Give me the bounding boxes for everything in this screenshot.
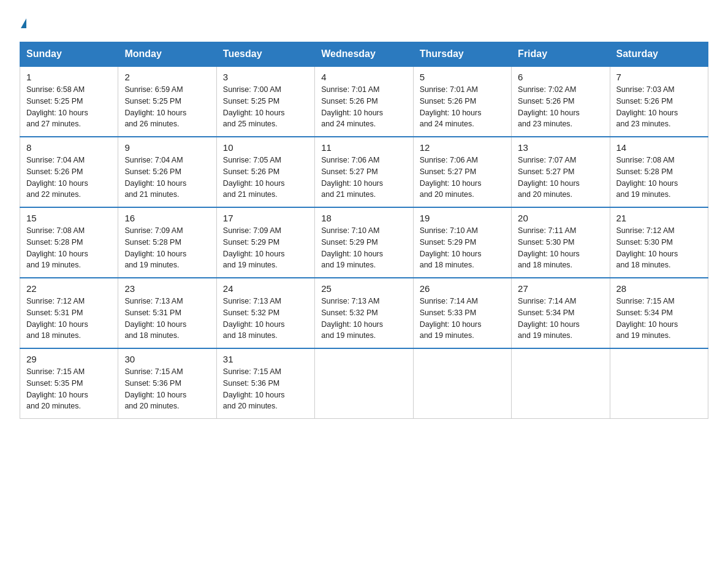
day-info: Sunrise: 6:59 AMSunset: 5:25 PMDaylight:…: [124, 85, 186, 128]
calendar-week-row: 1Sunrise: 6:58 AMSunset: 5:25 PMDaylight…: [20, 66, 708, 137]
calendar-cell: 6Sunrise: 7:02 AMSunset: 5:26 PMDaylight…: [512, 66, 610, 137]
day-number: 15: [26, 213, 112, 223]
day-info: Sunrise: 7:13 AMSunset: 5:31 PMDaylight:…: [124, 297, 186, 340]
day-info: Sunrise: 7:08 AMSunset: 5:28 PMDaylight:…: [26, 226, 88, 269]
day-number: 4: [321, 72, 406, 82]
calendar-cell: 17Sunrise: 7:09 AMSunset: 5:29 PMDayligh…: [216, 207, 314, 278]
calendar-cell: [413, 348, 511, 419]
day-info: Sunrise: 7:09 AMSunset: 5:28 PMDaylight:…: [124, 226, 186, 269]
day-number: 24: [223, 283, 308, 294]
day-number: 29: [26, 354, 112, 364]
day-number: 11: [321, 142, 406, 153]
day-info: Sunrise: 7:09 AMSunset: 5:29 PMDaylight:…: [223, 226, 285, 269]
day-number: 21: [616, 213, 702, 223]
header-monday: Monday: [118, 42, 216, 67]
day-info: Sunrise: 7:10 AMSunset: 5:29 PMDaylight:…: [321, 226, 383, 269]
day-info: Sunrise: 7:02 AMSunset: 5:26 PMDaylight:…: [518, 85, 580, 128]
calendar-cell: 7Sunrise: 7:03 AMSunset: 5:26 PMDaylight…: [610, 66, 708, 137]
day-info: Sunrise: 7:07 AMSunset: 5:27 PMDaylight:…: [518, 156, 580, 199]
day-number: 9: [124, 142, 210, 153]
day-number: 16: [124, 213, 210, 223]
calendar-cell: 4Sunrise: 7:01 AMSunset: 5:26 PMDaylight…: [315, 66, 413, 137]
day-info: Sunrise: 7:08 AMSunset: 5:28 PMDaylight:…: [616, 156, 678, 199]
day-number: 25: [321, 283, 406, 294]
logo: [20, 15, 26, 31]
calendar-cell: 21Sunrise: 7:12 AMSunset: 5:30 PMDayligh…: [610, 207, 708, 278]
day-number: 13: [518, 142, 603, 153]
calendar-cell: 1Sunrise: 6:58 AMSunset: 5:25 PMDaylight…: [20, 66, 118, 137]
day-info: Sunrise: 7:15 AMSunset: 5:34 PMDaylight:…: [616, 297, 678, 340]
day-number: 31: [223, 354, 308, 364]
day-info: Sunrise: 7:04 AMSunset: 5:26 PMDaylight:…: [124, 156, 186, 199]
calendar-cell: 2Sunrise: 6:59 AMSunset: 5:25 PMDaylight…: [118, 66, 216, 137]
calendar-cell: 3Sunrise: 7:00 AMSunset: 5:25 PMDaylight…: [216, 66, 314, 137]
day-info: Sunrise: 7:11 AMSunset: 5:30 PMDaylight:…: [518, 226, 580, 269]
day-info: Sunrise: 7:15 AMSunset: 5:36 PMDaylight:…: [124, 367, 186, 410]
calendar-cell: 8Sunrise: 7:04 AMSunset: 5:26 PMDaylight…: [20, 137, 118, 207]
day-number: 1: [26, 72, 112, 82]
calendar-cell: 28Sunrise: 7:15 AMSunset: 5:34 PMDayligh…: [610, 278, 708, 348]
day-info: Sunrise: 7:01 AMSunset: 5:26 PMDaylight:…: [420, 85, 482, 128]
day-number: 19: [420, 213, 505, 223]
day-number: 2: [124, 72, 210, 82]
header-sunday: Sunday: [20, 42, 118, 67]
calendar-week-row: 15Sunrise: 7:08 AMSunset: 5:28 PMDayligh…: [20, 207, 708, 278]
calendar-header-row: SundayMondayTuesdayWednesdayThursdayFrid…: [20, 42, 708, 67]
day-number: 8: [26, 142, 112, 153]
calendar-cell: 24Sunrise: 7:13 AMSunset: 5:32 PMDayligh…: [216, 278, 314, 348]
day-info: Sunrise: 7:10 AMSunset: 5:29 PMDaylight:…: [420, 226, 482, 269]
day-number: 7: [616, 72, 702, 82]
calendar-cell: 10Sunrise: 7:05 AMSunset: 5:26 PMDayligh…: [216, 137, 314, 207]
day-number: 20: [518, 213, 603, 223]
day-number: 27: [518, 283, 603, 294]
day-info: Sunrise: 7:13 AMSunset: 5:32 PMDaylight:…: [321, 297, 383, 340]
calendar-table: SundayMondayTuesdayWednesdayThursdayFrid…: [20, 42, 708, 419]
day-info: Sunrise: 7:14 AMSunset: 5:34 PMDaylight:…: [518, 297, 580, 340]
day-info: Sunrise: 7:14 AMSunset: 5:33 PMDaylight:…: [420, 297, 482, 340]
logo-triangle-icon: [21, 18, 26, 28]
day-number: 17: [223, 213, 308, 223]
day-info: Sunrise: 7:15 AMSunset: 5:35 PMDaylight:…: [26, 367, 88, 410]
day-info: Sunrise: 7:05 AMSunset: 5:26 PMDaylight:…: [223, 156, 285, 199]
header-wednesday: Wednesday: [315, 42, 413, 67]
day-number: 30: [124, 354, 210, 364]
day-number: 22: [26, 283, 112, 294]
calendar-cell: 31Sunrise: 7:15 AMSunset: 5:36 PMDayligh…: [216, 348, 314, 419]
calendar-cell: 29Sunrise: 7:15 AMSunset: 5:35 PMDayligh…: [20, 348, 118, 419]
calendar-cell: [512, 348, 610, 419]
day-number: 5: [420, 72, 505, 82]
day-info: Sunrise: 7:01 AMSunset: 5:26 PMDaylight:…: [321, 85, 383, 128]
day-info: Sunrise: 7:06 AMSunset: 5:27 PMDaylight:…: [420, 156, 482, 199]
day-number: 10: [223, 142, 308, 153]
day-info: Sunrise: 7:12 AMSunset: 5:31 PMDaylight:…: [26, 297, 88, 340]
day-info: Sunrise: 7:15 AMSunset: 5:36 PMDaylight:…: [223, 367, 285, 410]
day-number: 14: [616, 142, 702, 153]
day-info: Sunrise: 7:00 AMSunset: 5:25 PMDaylight:…: [223, 85, 285, 128]
day-number: 18: [321, 213, 406, 223]
calendar-cell: 9Sunrise: 7:04 AMSunset: 5:26 PMDaylight…: [118, 137, 216, 207]
day-info: Sunrise: 7:06 AMSunset: 5:27 PMDaylight:…: [321, 156, 383, 199]
logo-text: [20, 15, 26, 31]
day-number: 23: [124, 283, 210, 294]
calendar-week-row: 29Sunrise: 7:15 AMSunset: 5:35 PMDayligh…: [20, 348, 708, 419]
calendar-cell: 26Sunrise: 7:14 AMSunset: 5:33 PMDayligh…: [413, 278, 511, 348]
calendar-cell: 12Sunrise: 7:06 AMSunset: 5:27 PMDayligh…: [413, 137, 511, 207]
calendar-cell: 25Sunrise: 7:13 AMSunset: 5:32 PMDayligh…: [315, 278, 413, 348]
day-info: Sunrise: 7:13 AMSunset: 5:32 PMDaylight:…: [223, 297, 285, 340]
calendar-cell: 18Sunrise: 7:10 AMSunset: 5:29 PMDayligh…: [315, 207, 413, 278]
day-info: Sunrise: 7:04 AMSunset: 5:26 PMDaylight:…: [26, 156, 88, 199]
calendar-cell: 27Sunrise: 7:14 AMSunset: 5:34 PMDayligh…: [512, 278, 610, 348]
calendar-cell: 16Sunrise: 7:09 AMSunset: 5:28 PMDayligh…: [118, 207, 216, 278]
header-saturday: Saturday: [610, 42, 708, 67]
calendar-cell: 30Sunrise: 7:15 AMSunset: 5:36 PMDayligh…: [118, 348, 216, 419]
day-number: 26: [420, 283, 505, 294]
calendar-cell: 23Sunrise: 7:13 AMSunset: 5:31 PMDayligh…: [118, 278, 216, 348]
day-number: 6: [518, 72, 603, 82]
calendar-cell: 20Sunrise: 7:11 AMSunset: 5:30 PMDayligh…: [512, 207, 610, 278]
calendar-cell: 13Sunrise: 7:07 AMSunset: 5:27 PMDayligh…: [512, 137, 610, 207]
calendar-cell: 22Sunrise: 7:12 AMSunset: 5:31 PMDayligh…: [20, 278, 118, 348]
calendar-cell: 5Sunrise: 7:01 AMSunset: 5:26 PMDaylight…: [413, 66, 511, 137]
calendar-week-row: 8Sunrise: 7:04 AMSunset: 5:26 PMDaylight…: [20, 137, 708, 207]
day-info: Sunrise: 6:58 AMSunset: 5:25 PMDaylight:…: [26, 85, 88, 128]
calendar-cell: [610, 348, 708, 419]
